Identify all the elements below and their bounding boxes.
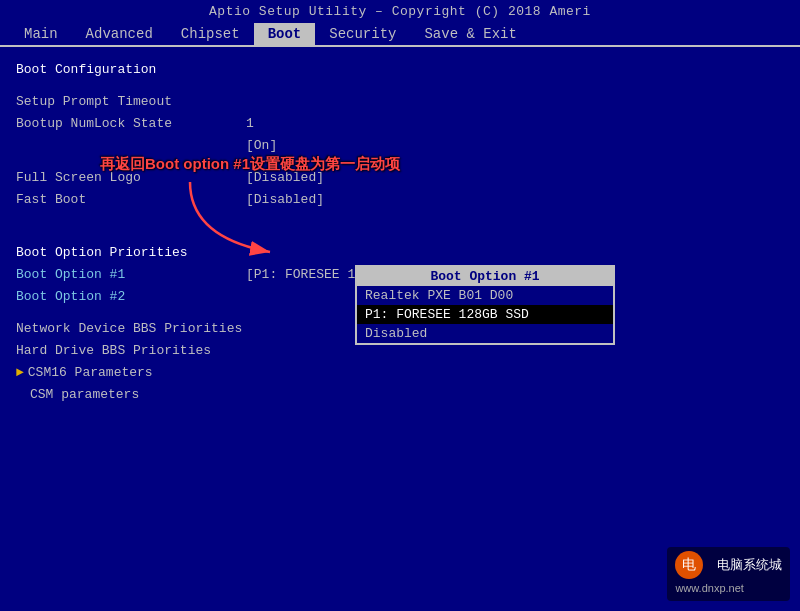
hard-drive-bbs-label: Hard Drive BBS Priorities	[16, 340, 236, 362]
boot-option-1-label: Boot Option #1	[16, 264, 236, 286]
dropdown-item-foresee[interactable]: P1: FORESEE 128GB SSD	[357, 305, 613, 324]
csm16-label: CSM16 Parameters	[28, 362, 248, 384]
menu-chipset[interactable]: Chipset	[167, 23, 254, 45]
menu-bar: Main Advanced Chipset Boot Security Save…	[0, 21, 800, 45]
csm16-arrow-icon: ►	[16, 362, 24, 384]
watermark-text: 电脑系统城	[717, 557, 782, 572]
title-text: Aptio Setup Utility – Copyright (C) 2018…	[209, 4, 591, 19]
boot-option-dropdown[interactable]: Boot Option #1 Realtek PXE B01 D00 P1: F…	[355, 265, 615, 345]
numlock-state-value[interactable]: [On]	[246, 135, 277, 157]
boot-option-2-label: Boot Option #2	[16, 286, 236, 308]
setup-prompt-label: Setup Prompt Timeout	[16, 91, 236, 113]
menu-boot[interactable]: Boot	[254, 23, 316, 45]
fast-boot-value[interactable]: [Disabled]	[246, 189, 324, 211]
boot-config-header: Boot Configuration	[16, 59, 784, 81]
numlock-state-row: [On]	[16, 135, 784, 157]
fast-boot-row: Fast Boot [Disabled]	[16, 189, 784, 211]
full-screen-logo-row: Full Screen Logo [Disabled]	[16, 167, 784, 189]
menu-security[interactable]: Security	[315, 23, 410, 45]
numlock-row: Bootup NumLock State 1	[16, 113, 784, 135]
menu-save-exit[interactable]: Save & Exit	[410, 23, 530, 45]
watermark-url: www.dnxp.net	[675, 582, 743, 594]
watermark: 电 电脑系统城 www.dnxp.net	[667, 547, 790, 601]
dropdown-item-realtek[interactable]: Realtek PXE B01 D00	[357, 286, 613, 305]
setup-prompt-row: Setup Prompt Timeout	[16, 91, 784, 113]
menu-advanced[interactable]: Advanced	[72, 23, 167, 45]
numlock-value[interactable]: 1	[246, 113, 254, 135]
csm16-row[interactable]: ► CSM16 Parameters	[16, 362, 784, 384]
csm-row: CSM parameters	[16, 384, 784, 406]
full-screen-logo-label: Full Screen Logo	[16, 167, 236, 189]
numlock-label: Bootup NumLock State	[16, 113, 236, 135]
network-bbs-label: Network Device BBS Priorities	[16, 318, 242, 340]
fast-boot-label: Fast Boot	[16, 189, 236, 211]
dropdown-item-disabled[interactable]: Disabled	[357, 324, 613, 343]
boot-priorities-header: Boot Option Priorities	[16, 242, 784, 264]
menu-main[interactable]: Main	[10, 23, 72, 45]
dropdown-title: Boot Option #1	[357, 267, 613, 286]
watermark-icon: 电	[675, 551, 703, 579]
csm-label: CSM parameters	[16, 384, 236, 406]
full-screen-logo-value[interactable]: [Disabled]	[246, 167, 324, 189]
title-bar: Aptio Setup Utility – Copyright (C) 2018…	[0, 0, 800, 21]
